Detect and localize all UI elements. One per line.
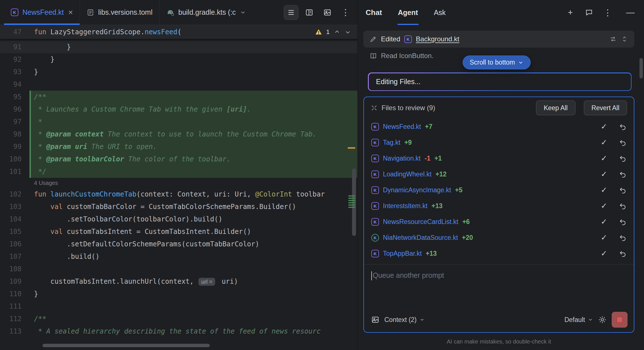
revert-all-button[interactable]: Revert All xyxy=(584,101,627,115)
usages-inlay-hint[interactable]: 4 Usages xyxy=(0,178,357,188)
review-file-row[interactable]: K LoadingWheel.kt +12 ✓ xyxy=(364,166,634,182)
revert-file-icon[interactable] xyxy=(619,123,626,130)
keep-all-button[interactable]: Keep All xyxy=(536,101,575,115)
context-selector[interactable]: Context (2) xyxy=(384,316,425,324)
review-file-link[interactable]: TopAppBar.kt xyxy=(383,250,422,257)
code-line-101[interactable]: 101 */ xyxy=(0,165,357,178)
next-issue-icon[interactable] xyxy=(344,29,351,35)
code-line-96[interactable]: 96 * Launches a Custom Chrome Tab with t… xyxy=(0,103,357,116)
chat-history-icon[interactable] xyxy=(583,7,595,18)
review-file-row[interactable]: K DynamicAsyncImage.kt +5 ✓ xyxy=(364,182,634,198)
warning-icon[interactable] xyxy=(315,28,322,36)
keep-file-icon[interactable]: ✓ xyxy=(601,201,607,210)
code-line-109[interactable]: 109 customTabsIntent.launchUrl(context, … xyxy=(0,275,357,288)
chat-scrollbar[interactable] xyxy=(639,58,643,78)
model-selector[interactable]: Default xyxy=(564,316,593,324)
line-number[interactable]: 98 xyxy=(0,130,29,138)
review-file-link[interactable]: DynamicAsyncImage.kt xyxy=(383,186,451,194)
code-line-108[interactable]: 108 xyxy=(0,263,357,275)
tab-build-gradle-kts[interactable]: build.gradle.kts (:c xyxy=(160,0,253,25)
edited-file-link[interactable]: Background.kt xyxy=(416,35,459,43)
code-line-106[interactable]: 106 .setDefaultColorSchemeParams(customT… xyxy=(0,238,357,250)
line-number[interactable]: 112 xyxy=(0,315,29,323)
code-line-93[interactable]: 93} xyxy=(0,66,357,78)
line-number[interactable]: 91 xyxy=(0,43,29,51)
collapse-icon[interactable] xyxy=(371,104,378,111)
line-number[interactable]: 106 xyxy=(0,240,29,248)
line-number[interactable]: 105 xyxy=(0,228,29,236)
attach-image-icon[interactable] xyxy=(371,316,379,324)
tab-libs-versions-toml[interactable]: libs.versions.toml xyxy=(80,0,159,25)
review-file-link[interactable]: Navigation.kt xyxy=(383,155,421,162)
prev-issue-icon[interactable] xyxy=(334,29,340,35)
line-number[interactable]: 103 xyxy=(0,203,29,211)
inline-view-icon[interactable] xyxy=(284,5,298,20)
revert-file-icon[interactable] xyxy=(619,155,626,162)
keep-file-icon[interactable]: ✓ xyxy=(601,249,607,258)
screenshot-icon[interactable] xyxy=(320,5,335,20)
line-number[interactable]: 97 xyxy=(0,118,29,126)
chevron-down-icon[interactable] xyxy=(240,9,246,16)
tab-ask[interactable]: Ask xyxy=(434,0,446,25)
settings-gear-icon[interactable] xyxy=(598,315,607,324)
review-file-row[interactable]: K NiaNetworkDataSource.kt +20 ✓ xyxy=(364,230,634,246)
review-file-row[interactable]: K Tag.kt +9 ✓ xyxy=(364,135,634,150)
more-vertical-icon[interactable]: ⋮ xyxy=(602,7,613,18)
code-line-104[interactable]: 104 .setToolbarColor(toolbarColor).build… xyxy=(0,213,357,225)
code-line-95[interactable]: 95/** xyxy=(0,91,357,103)
scroll-to-bottom-button[interactable]: Scroll to bottom xyxy=(463,56,531,69)
line-number[interactable]: 94 xyxy=(0,80,29,88)
prompt-input[interactable]: Queue another prompt xyxy=(364,264,634,307)
code-line-113[interactable]: 113 * A sealed hierarchy describing the … xyxy=(0,325,357,338)
code-line-102[interactable]: 102fun launchCustomChromeTab(context: Co… xyxy=(0,188,357,200)
line-number[interactable]: 101 xyxy=(0,168,29,176)
code-line-98[interactable]: 98 * @param context The context to use t… xyxy=(0,128,357,140)
line-number[interactable]: 104 xyxy=(0,215,29,223)
line-number[interactable]: 100 xyxy=(0,155,29,163)
review-file-row[interactable]: K InterestsItem.kt +13 ✓ xyxy=(364,198,634,214)
expand-icon[interactable] xyxy=(621,35,628,43)
review-file-link[interactable]: LoadingWheel.kt xyxy=(383,170,431,178)
new-chat-icon[interactable]: + xyxy=(565,7,576,18)
revert-file-icon[interactable] xyxy=(619,202,626,210)
revert-file-icon[interactable] xyxy=(619,234,626,241)
hide-panel-icon[interactable]: — xyxy=(625,7,636,18)
code-line-99[interactable]: 99 * @param uri The URI to open. xyxy=(0,140,357,153)
split-view-icon[interactable] xyxy=(302,5,317,20)
keep-file-icon[interactable]: ✓ xyxy=(601,185,607,195)
review-file-row[interactable]: K NewsFeed.kt +7 ✓ xyxy=(364,119,634,135)
keep-file-icon[interactable]: ✓ xyxy=(601,217,607,226)
tab-chat[interactable]: Chat xyxy=(366,0,382,25)
revert-file-icon[interactable] xyxy=(619,170,626,178)
revert-file-icon[interactable] xyxy=(619,139,626,146)
open-diff-icon[interactable] xyxy=(609,35,617,43)
line-number[interactable]: 95 xyxy=(0,93,29,101)
edited-file-row[interactable]: Edited K Background.kt xyxy=(363,31,634,48)
review-file-link[interactable]: NewsResourceCardList.kt xyxy=(383,218,458,226)
more-vertical-icon[interactable]: ⋮ xyxy=(338,5,353,20)
line-number[interactable]: 102 xyxy=(0,190,29,198)
tab-agent[interactable]: Agent xyxy=(398,0,418,25)
code-line-97[interactable]: 97 * xyxy=(0,116,357,128)
line-number[interactable]: 110 xyxy=(0,290,29,298)
code-editor[interactable]: 47 fun LazyStaggeredGridScope.newsFeed( … xyxy=(0,25,357,350)
line-number[interactable]: 111 xyxy=(0,302,29,310)
line-number[interactable]: 113 xyxy=(0,327,29,335)
revert-file-icon[interactable] xyxy=(619,186,626,194)
code-line-110[interactable]: 110} xyxy=(0,288,357,300)
tab-newsfeed-kt[interactable]: K NewsFeed.kt × xyxy=(4,0,80,25)
line-number[interactable]: 93 xyxy=(0,68,29,76)
line-number[interactable]: 107 xyxy=(0,253,29,261)
code-line-112[interactable]: 112/** xyxy=(0,313,357,325)
line-number[interactable]: 92 xyxy=(0,56,29,63)
horizontal-scrollbar[interactable] xyxy=(43,344,210,347)
review-file-row[interactable]: K TopAppBar.kt +13 ✓ xyxy=(364,246,634,261)
keep-file-icon[interactable]: ✓ xyxy=(601,233,607,242)
line-number[interactable]: 99 xyxy=(0,143,29,151)
line-number[interactable]: 96 xyxy=(0,105,29,113)
review-file-row[interactable]: K NewsResourceCardList.kt +6 ✓ xyxy=(364,214,634,230)
review-file-row[interactable]: K Navigation.kt -1 +1 ✓ xyxy=(364,150,634,166)
code-line-103[interactable]: 103 val customTabBarColor = CustomTabCol… xyxy=(0,200,357,213)
code-line-105[interactable]: 105 val customTabsIntent = CustomTabsInt… xyxy=(0,225,357,238)
close-icon[interactable]: × xyxy=(68,8,73,17)
